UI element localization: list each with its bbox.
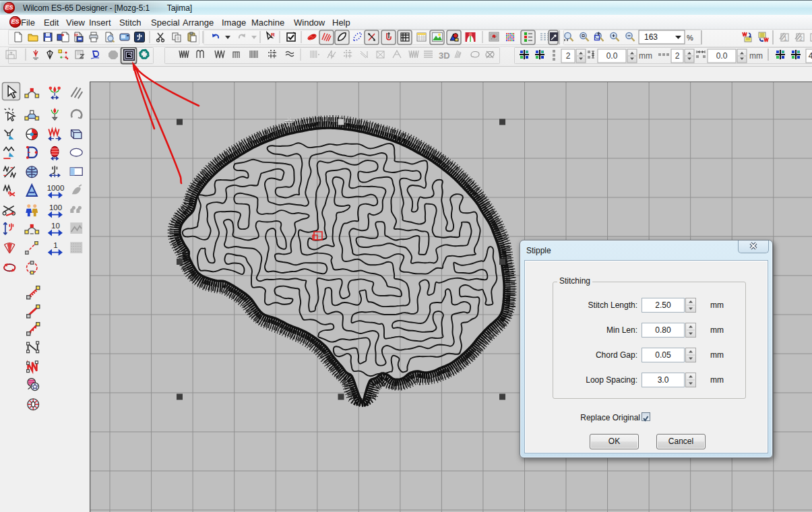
svg-text:100: 100: [49, 203, 62, 212]
svg-text:3D: 3D: [439, 51, 450, 61]
svg-text:4: 4: [809, 51, 812, 61]
svg-text:mm: mm: [749, 51, 763, 61]
svg-text:1: 1: [53, 241, 57, 249]
svg-text:163: 163: [644, 32, 658, 42]
svg-text:R: R: [271, 32, 275, 38]
svg-text:mm: mm: [639, 51, 652, 61]
svg-text:10: 10: [51, 222, 60, 230]
svg-text:0.0: 0.0: [606, 51, 618, 61]
svg-text:%: %: [687, 34, 693, 42]
svg-text:1: 1: [784, 35, 787, 42]
svg-text:0.0: 0.0: [716, 51, 728, 61]
svg-text:1000: 1000: [47, 184, 65, 192]
svg-text:2: 2: [675, 51, 680, 61]
svg-text:2: 2: [566, 51, 571, 61]
svg-text:2: 2: [799, 35, 803, 42]
